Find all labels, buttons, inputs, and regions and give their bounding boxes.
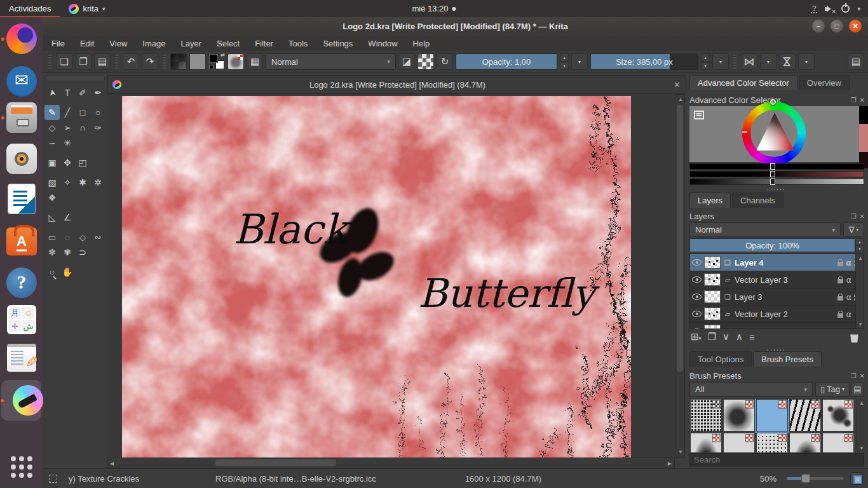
tool-polygon[interactable]: ◇ [44, 120, 60, 135]
layer-name[interactable]: Vector Layer 2 [735, 309, 835, 319]
dock-item-libreoffice-writer[interactable] [6, 184, 37, 214]
tool-rectangle[interactable]: □ [75, 105, 90, 120]
mirror-horizontal-button[interactable]: ⋈ [741, 53, 757, 70]
tool-text[interactable]: T [60, 85, 75, 100]
alpha-lock-icon[interactable]: α [846, 258, 851, 268]
tool-smart-patch[interactable]: ✱ [75, 175, 90, 190]
scroll-up-icon[interactable]: ▲ [859, 400, 864, 406]
alpha-lock-icon[interactable]: α [846, 309, 851, 319]
layers-docker-header[interactable]: Layers ❐ ✕ [689, 210, 865, 222]
window-titlebar[interactable]: Logo 2d.kra [Write Protected] [Modified]… [43, 17, 868, 36]
tool-color-sampler[interactable]: ✧ [60, 175, 75, 190]
tab-advanced-color-selector[interactable]: Advanced Color Selector [689, 75, 797, 90]
tool-fill[interactable]: ❖ [44, 190, 60, 205]
move-layer-up-button[interactable]: ∧ [736, 331, 743, 342]
canvas-only-mode-button[interactable] [850, 472, 863, 485]
maximize-button[interactable]: □ [831, 20, 843, 32]
canvas-horizontal-scrollbar[interactable]: ◀ ▶ [107, 458, 675, 468]
brush-preset[interactable] [723, 399, 755, 431]
dock-item-krita[interactable] [6, 385, 37, 416]
dock-item-text-editor[interactable] [6, 342, 37, 373]
new-document-button[interactable]: ❏ [56, 53, 72, 70]
app-menu[interactable]: krita ▾ [69, 4, 105, 14]
tab-brush-presets[interactable]: Brush Presets [753, 351, 822, 367]
undo-button[interactable]: ↶ [123, 53, 139, 70]
tool-freehand-path[interactable]: ✑ [90, 120, 105, 135]
tab-layers[interactable]: Layers [689, 193, 731, 208]
layer-list[interactable]: ❏ Layer 4 α ▱ Vector Layer 3 α ❏ Layer 3… [689, 254, 864, 329]
tool-ellipse-select[interactable]: ◌ [60, 229, 75, 245]
tool-gradient[interactable]: ▧ [44, 175, 60, 190]
open-document-button[interactable]: ❐ [75, 53, 92, 70]
channel-bar-2[interactable] [689, 171, 864, 177]
splitter-grip[interactable] [766, 188, 784, 191]
tab-tool-options[interactable]: Tool Options [689, 351, 752, 367]
document-subwindow-titlebar[interactable]: Logo 2d.kra [Write Protected] [Modified]… [107, 75, 686, 94]
scroll-down-icon[interactable]: ▼ [678, 449, 683, 455]
tab-overview[interactable]: Overview [799, 75, 850, 90]
brush-docker-header[interactable]: Brush Presets ❐ ✕ [689, 369, 865, 382]
float-docker-icon[interactable]: ❐ [851, 213, 857, 220]
tool-zoom[interactable]: ○ [44, 264, 60, 280]
tool-edit-shapes[interactable]: ✐ [75, 85, 90, 100]
menu-edit[interactable]: Edit [80, 39, 94, 48]
layer-row[interactable]: ▱ Vector Layer 2 α [690, 306, 864, 323]
tool-freehand-brush[interactable]: ✎ [44, 105, 60, 120]
alpha-lock-icon[interactable]: α [846, 292, 851, 302]
bar-handle[interactable] [770, 163, 775, 170]
menu-help[interactable]: Help [413, 39, 430, 48]
size-spinner[interactable]: ▴▾ [701, 53, 710, 70]
layer-filter-button[interactable]: ∇ ▾ [843, 222, 864, 237]
preset-grid-scrollbar[interactable]: ▲ ▼ [857, 399, 865, 452]
menu-settings[interactable]: Settings [323, 39, 353, 48]
swatch-current-color[interactable] [859, 124, 868, 152]
alpha-lock-icon[interactable]: α [846, 275, 851, 285]
menu-view[interactable]: View [109, 39, 127, 48]
duplicate-layer-button[interactable]: ❐ [708, 331, 716, 342]
preset-filter-dropdown[interactable]: All ▾ [689, 382, 813, 396]
menu-select[interactable]: Select [217, 39, 240, 48]
redo-button[interactable]: ↷ [142, 53, 158, 70]
menu-filter[interactable]: Filter [255, 39, 273, 48]
close-docker-icon[interactable]: ✕ [860, 213, 865, 220]
tag-button[interactable]: ▯ Tag ▾ [815, 382, 850, 396]
scroll-up-icon[interactable]: ▲ [858, 255, 863, 261]
brush-preset-selected[interactable] [756, 399, 788, 431]
menu-image[interactable]: Image [142, 39, 165, 48]
preserve-alpha-button[interactable] [417, 53, 434, 70]
dock-item-character-map[interactable]: 月☺✛ش [6, 305, 37, 336]
canvas-viewport[interactable]: Black Butterfly [107, 94, 675, 458]
scroll-right-icon[interactable]: ▶ [668, 461, 672, 466]
tool-transform[interactable]: ▣ [44, 155, 60, 170]
tool-pan[interactable]: ✋ [60, 264, 75, 280]
tool-dynamic-brush[interactable]: ∽ [44, 135, 60, 151]
layer-name[interactable]: Layer 3 [735, 292, 835, 302]
scroll-left-icon[interactable]: ◀ [110, 461, 114, 466]
show-applications-button[interactable] [8, 453, 36, 481]
activities-button[interactable]: Actividades [0, 0, 60, 17]
channel-bar-1[interactable] [689, 163, 864, 170]
reload-preset-button[interactable]: ↻ [437, 53, 453, 70]
layer-name[interactable]: Vector Layer 3 [735, 275, 835, 285]
brush-preset[interactable] [789, 399, 821, 431]
toolbox-drag-handle[interactable] [46, 76, 105, 81]
tool-bezier-select[interactable]: ⊃ [75, 245, 90, 260]
layer-row[interactable]: ▱ Vector Layer 3 α [690, 271, 864, 288]
minimize-button[interactable]: – [812, 20, 825, 32]
tool-crop[interactable]: ◰ [75, 155, 90, 170]
tool-polygon-select[interactable]: ◇ [75, 229, 90, 245]
brush-preset[interactable] [822, 399, 854, 431]
lock-icon[interactable] [837, 313, 843, 318]
vscroll-thumb[interactable] [677, 105, 683, 372]
bar-handle[interactable] [770, 171, 775, 177]
fg-bg-color-button[interactable]: ⇄ [208, 53, 225, 70]
hide-dockers-button[interactable]: ▤ [848, 53, 864, 70]
brush-preset[interactable] [690, 399, 722, 431]
tool-freehand-select[interactable]: ∾ [90, 229, 105, 245]
gradient-chooser-button[interactable] [170, 53, 187, 70]
opacity-spinner[interactable]: ▴▾ [560, 53, 569, 70]
zoom-knob[interactable] [801, 474, 810, 483]
layer-blending-dropdown[interactable]: Normal ▾ [689, 222, 841, 237]
mirror-vertical-caret[interactable]: ▾ [798, 53, 815, 70]
scroll-down-icon[interactable]: ▼ [858, 322, 863, 327]
